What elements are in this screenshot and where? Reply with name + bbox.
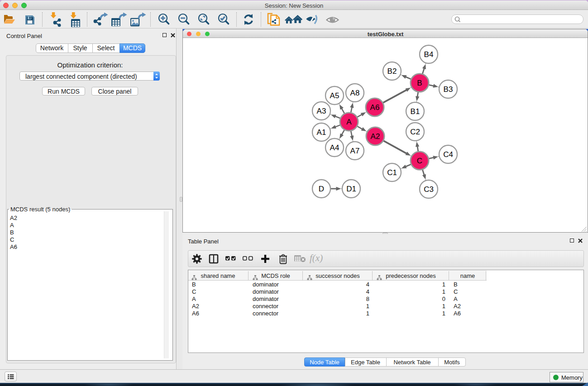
svg-text:B4: B4	[424, 50, 434, 59]
svg-text:A4: A4	[330, 143, 339, 152]
svg-text:D: D	[319, 185, 324, 193]
svg-text:C4: C4	[443, 150, 453, 159]
svg-text:A6: A6	[370, 103, 380, 112]
svg-text:C: C	[417, 157, 422, 165]
svg-text:C2: C2	[410, 128, 420, 136]
svg-text:A5: A5	[330, 91, 339, 100]
svg-text:B: B	[417, 79, 422, 87]
svg-text:A8: A8	[350, 89, 360, 97]
svg-text:A1: A1	[317, 128, 326, 137]
svg-text:A2: A2	[371, 132, 380, 141]
svg-text:A3: A3	[317, 107, 326, 115]
svg-text:B3: B3	[444, 85, 453, 94]
svg-text:D1: D1	[346, 185, 356, 193]
svg-text:A7: A7	[350, 147, 360, 155]
svg-text:B1: B1	[411, 107, 420, 116]
svg-text:C1: C1	[387, 168, 397, 177]
svg-text:B2: B2	[387, 67, 397, 76]
svg-text:A: A	[346, 118, 352, 126]
svg-text:C3: C3	[424, 185, 434, 194]
